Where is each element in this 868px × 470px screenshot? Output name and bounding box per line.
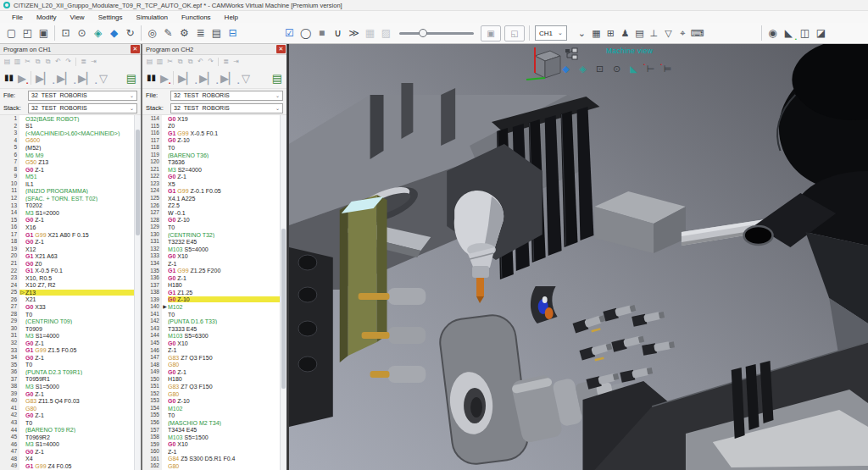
selection-tree-icon[interactable] (565, 47, 578, 61)
panels-menu-button[interactable]: ⌄ (575, 25, 589, 41)
gcode-line[interactable]: 18G0 Z-1 (0, 238, 135, 246)
stack-select[interactable]: 32_TEST_ROBORIS ⌄ (28, 103, 137, 113)
run-cycle-button[interactable]: ◯ (298, 25, 314, 41)
file-select[interactable]: 32_TEST_ROBORIS ⌄ (28, 91, 137, 101)
gcode-line[interactable]: 162G80 (142, 462, 281, 470)
gcode-line[interactable]: 147G83 Z7 Q3 F150 (142, 354, 281, 362)
gcode-line[interactable]: 4G600 (0, 137, 135, 145)
menu-modify[interactable]: Modify (30, 14, 64, 21)
gcode-line[interactable]: 43T0 (0, 419, 135, 427)
gcode-line[interactable]: 132M103 S5=4000 (142, 246, 281, 253)
gcode-line[interactable]: 160Z-1 (142, 448, 281, 456)
doc-button[interactable]: ▤ (272, 73, 282, 84)
gcode-line[interactable]: 142(PUNTA D1.6 T33) (142, 318, 281, 325)
part-catcher-button[interactable]: ▽ (661, 25, 676, 41)
gcode-line[interactable]: 37T0959R1 (0, 376, 135, 384)
operator-panel-button[interactable]: ♟ (618, 25, 632, 41)
gcode-line[interactable]: 38M3 S1=5000 (0, 383, 135, 390)
step-over-button[interactable]: ▶▏▪ (36, 73, 53, 84)
gcode-line[interactable]: 151G83 Z7 Q3 F150 (142, 383, 281, 390)
gcode-line[interactable]: 117G0 Z-10 (142, 137, 281, 145)
simulation-speed-slider[interactable] (399, 27, 474, 40)
slider-thumb[interactable] (419, 29, 427, 37)
gcode-line[interactable]: 31M3 S1=4000 (0, 332, 135, 340)
gcode-line[interactable]: 12(SFAC. + TORN. EST. T02) (0, 195, 135, 202)
gcode-line[interactable]: 11(INIZIO PROGRAMMA) (0, 187, 135, 195)
shaded-cube-icon[interactable]: ◆ (559, 62, 573, 76)
clipboard-report-button[interactable]: ▤ (209, 25, 225, 41)
menu-help[interactable]: Help (218, 14, 245, 21)
gcode-line[interactable]: 46M3 S1=4000 (0, 441, 135, 449)
gcode-line[interactable]: 154M102 (142, 405, 281, 412)
camera-button[interactable]: ◉ (765, 25, 781, 41)
fit-extents-button[interactable]: ⊡ (58, 25, 74, 41)
gcode-line[interactable]: 22G1 X-0.5 F0.1 (0, 267, 135, 274)
gcode-line[interactable]: 135G1 G99 Z1.25 F200 (142, 267, 281, 274)
file-select[interactable]: 32_TEST_ROBORIS ⌄ (170, 91, 283, 101)
step-into-button[interactable]: ▶▏▪ (199, 73, 216, 84)
tool-manager-button[interactable]: ⊥ (647, 25, 661, 41)
gcode-line[interactable]: 6M6 M9 (0, 152, 135, 159)
orientation-cube-button[interactable]: ◈ (90, 25, 106, 41)
gcode-line[interactable]: 140▶M102 (142, 303, 281, 311)
menu-simulation[interactable]: Simulation (130, 14, 175, 21)
edit-tool-icon[interactable]: ⧉ (186, 58, 195, 66)
open-file-button[interactable]: ◰ (19, 25, 36, 41)
gcode-line[interactable]: 138G1 Z1.25 (142, 289, 281, 296)
step-out-button[interactable]: ▶▏▪ (78, 73, 95, 84)
edit-tool-icon[interactable]: ✂ (165, 58, 175, 65)
menu-file[interactable]: File (5, 14, 30, 21)
gcode-line[interactable]: 30T0909 (0, 325, 135, 333)
edit-tool-icon[interactable]: ⇥ (231, 58, 241, 65)
gcode-line[interactable]: 35T0 (0, 362, 135, 369)
machine-table-button[interactable]: ▦ (589, 25, 604, 41)
edit-program-button[interactable]: ✎ (160, 25, 176, 41)
edit-tool-icon[interactable]: ⇥ (89, 58, 98, 65)
gcode-line[interactable]: 40G83 Z11.5 Q4 F0.03 (0, 397, 135, 405)
gcode-line[interactable]: 36(PUNTA D2.3 T09R1) (0, 368, 135, 376)
gcode-line[interactable]: 130(CENTRINO T32) (142, 231, 281, 239)
gcode-line[interactable]: 124G1 G99 Z-0.1 F0.05 (142, 187, 281, 195)
edit-tool-icon[interactable]: ✂ (23, 58, 32, 65)
edit-tool-icon[interactable]: ⧉ (175, 58, 185, 66)
stock-button[interactable]: ▽ (242, 73, 250, 84)
gcode-line[interactable]: 17G1 G99 X21 A80 F 0.15 (0, 231, 135, 239)
gcode-line[interactable]: 33G1 G99 Z1.5 F0.05 (0, 347, 135, 355)
edit-tool-icon[interactable]: ↷ (64, 58, 73, 65)
clipped-edge-button[interactable]: ◪ (813, 25, 829, 41)
gcode-line[interactable]: 7G50 Z13 (0, 158, 135, 166)
gcode-line[interactable]: 146Z-1 (142, 347, 281, 355)
gcode-line[interactable]: 157T3434 E45 (142, 427, 281, 434)
gcode-line[interactable]: 145G0 X10 (142, 340, 281, 347)
stock-button[interactable]: ▽ (99, 73, 108, 84)
edit-tool-icon[interactable]: ≣ (221, 58, 231, 65)
edit-tool-icon[interactable]: ↶ (196, 58, 205, 65)
close-icon[interactable]: ✕ (131, 45, 140, 53)
gcode-line[interactable]: 131T3232 E45 (142, 238, 281, 246)
monitor-settings-button[interactable]: ⊞ (604, 25, 618, 41)
simulate-toggle[interactable]: ☑ (281, 25, 298, 41)
gcode-line[interactable]: 5(M52) (0, 144, 135, 152)
hold-button[interactable]: ∪ (330, 25, 346, 41)
gcode-line[interactable]: 28T0 (0, 311, 135, 318)
gcode-line[interactable]: 125X4.1 A225 (142, 195, 281, 202)
edit-tool-icon[interactable]: ↶ (53, 58, 63, 65)
virtual-monitor-button[interactable]: ⊟ (225, 25, 241, 41)
gcode-line[interactable]: 25▷Z13 (0, 289, 135, 296)
gcode-line[interactable]: 119(BARENO T36) (142, 152, 281, 159)
pause-button[interactable]: ▮▮ (147, 74, 156, 82)
gcode-line[interactable]: 15G0 Z-1 (0, 217, 135, 224)
step-out-button[interactable]: ▶▏▪ (220, 73, 237, 84)
gcode-line[interactable]: 118T0 (142, 144, 281, 152)
gcode-line[interactable]: 129T0 (142, 224, 281, 231)
gcode-line[interactable]: 13T0202 (0, 202, 135, 210)
gcode-line[interactable]: 23X10, R0.5 (0, 274, 135, 282)
orientation-cube-icon[interactable]: ◈ (576, 62, 590, 76)
menu-view[interactable]: View (63, 14, 91, 21)
gcode-line[interactable]: 120T3636 (142, 158, 281, 166)
gcode-line[interactable]: 127W -0.1 (142, 209, 281, 217)
machine-viewport[interactable]: Machine view ◆◈⊡⊙◣⊢•⊨• (287, 44, 868, 470)
gcode-line[interactable]: 116G1 G99 X-0.5 F0.1 (142, 130, 281, 137)
edit-tool-icon[interactable]: ≣ (79, 58, 88, 65)
record-button[interactable]: ▦ (362, 25, 378, 41)
